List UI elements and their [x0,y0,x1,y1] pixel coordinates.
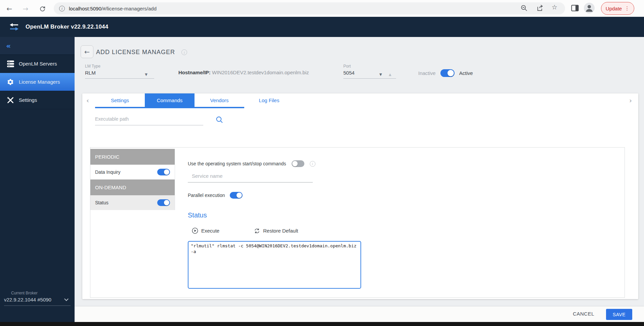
sidebar-item-label: License Managers [19,79,60,85]
play-circle-icon [192,228,198,234]
status-command-textarea[interactable]: "rlmutil" rlmstat -c 5054@WIN2016DEV2.te… [188,241,361,289]
screen: ← → i localhost:5090/#/license-managers/… [0,0,644,326]
port-field[interactable]: Port 5054 ▼ ▲ [343,64,396,79]
service-name-field [188,171,313,182]
execute-label: Execute [201,228,219,234]
sidebar-item-openlm-servers[interactable]: OpenLM Servers [0,55,75,73]
sidebar-item-label: Settings [19,97,37,103]
active-state-control: Inactive Active [418,69,473,77]
browser-forward-icon[interactable]: → [21,4,30,13]
collapse-chevrons-icon: « [6,42,11,50]
app-header: OpenLM Broker v22.9.22.1044 [0,17,644,37]
browser-reload-icon[interactable] [38,4,47,13]
main-content: ← ADD LICENSE MANAGER i LM Type RLM ▼ Ho… [75,37,644,322]
taskbar-strip [0,322,644,326]
openlm-logo-icon [9,23,19,31]
update-label: Update [606,6,622,11]
status-actions: Execute Restore Default [192,228,298,234]
back-button[interactable]: ← [81,45,93,58]
port-increment-icon[interactable]: ▲ [389,73,391,76]
service-name-input[interactable] [188,171,313,182]
lm-type-label: LM Type [85,64,154,69]
active-toggle[interactable] [440,69,455,77]
command-detail-panel: Use the operating system start/stop comm… [90,148,625,297]
restore-default-label: Restore Default [263,228,298,234]
executable-path-input[interactable] [95,114,203,125]
active-label: Active [459,70,473,76]
tabs-scroll-right-icon[interactable]: › [629,96,632,105]
parallel-execution-label: Parallel execution [188,193,225,198]
cancel-button[interactable]: CANCEL [573,311,594,317]
browser-back-icon[interactable]: ← [5,4,14,13]
servers-icon [7,60,14,67]
port-label: Port [343,64,396,69]
side-panel-icon[interactable] [571,5,579,11]
sidebar-item-label: OpenLM Servers [19,61,57,67]
current-broker-dropdown[interactable]: v22.9.22.1044 #5090 [4,297,71,306]
hostname-label: Hostname/IP: [178,70,211,75]
tab-vendors[interactable]: Vendors [195,93,244,107]
inactive-label: Inactive [418,70,436,76]
lm-type-select[interactable]: LM Type RLM ▼ [85,64,154,79]
sidebar-item-settings[interactable]: Settings [0,91,75,109]
sidebar-collapse-button[interactable]: « [0,37,75,55]
port-decrement-icon[interactable]: ▼ [379,73,382,76]
page-info-icon: i [181,49,187,55]
app-title: OpenLM Broker v22.9.22.1044 [26,24,108,30]
tab-commands[interactable]: Commands [145,93,195,107]
save-button[interactable]: SAVE [606,309,632,320]
zoom-out-icon[interactable] [520,4,528,12]
os-commands-label: Use the operating system start/stop comm… [188,161,286,166]
execute-button[interactable]: Execute [192,228,219,234]
bookmark-star-icon[interactable]: ☆ [552,3,560,11]
url-text: localhost:5090/#/license-managers/add [69,6,157,11]
os-commands-toggle[interactable] [292,160,304,167]
license-manager-card: ‹ Settings Commands Vendors Log Files › … [82,93,638,299]
browser-menu-icon[interactable]: ⋮ [625,5,630,11]
tab-log-files[interactable]: Log Files [244,93,294,107]
hostname-value: WIN2016DEV2.testdev1domain.openlm.biz [211,70,309,75]
hostname-field: Hostname/IP: WIN2016DEV2.testdev1domain.… [178,70,309,75]
share-icon[interactable] [536,4,545,12]
footer-bar: CANCEL SAVE [75,307,644,322]
browser-profile-avatar[interactable] [584,3,595,13]
current-broker-label: Current Broker [11,291,75,295]
executable-path-field [95,114,203,125]
url-host: localhost:5090 [69,6,101,11]
tab-settings[interactable]: Settings [95,93,145,107]
commands-panel: PERIODIC Data Inquiry ON-DEMAND Status U… [90,147,625,298]
browser-update-button[interactable]: Update ⋮ [601,2,634,15]
page-title: ADD LICENSE MANAGER [96,49,175,56]
sidebar: « OpenLM Servers License Ma [0,37,75,322]
browser-toolbar: ← → i localhost:5090/#/license-managers/… [0,0,644,17]
tab-bar: ‹ Settings Commands Vendors Log Files › [82,93,638,108]
current-broker-select: Current Broker v22.9.22.1044 #5090 [0,291,75,306]
os-commands-info-icon: i [310,161,315,167]
os-commands-row: Use the operating system start/stop comm… [188,160,315,167]
current-broker-value: v22.9.22.1044 #5090 [4,297,65,302]
status-section-title: Status [188,211,207,219]
chevron-down-icon [64,297,69,301]
port-value: 5054 [343,70,396,76]
refresh-icon [254,228,260,234]
tabs-scroll-left-icon[interactable]: ‹ [86,96,89,105]
url-path: /#/license-managers/add [101,6,157,11]
parallel-execution-row: Parallel execution [188,192,243,199]
parallel-execution-toggle[interactable] [230,192,243,199]
restore-default-button[interactable]: Restore Default [254,228,298,234]
address-bar[interactable]: i localhost:5090/#/license-managers/add [54,2,565,14]
tab-ink-bar [95,107,244,108]
lm-type-value: RLM [85,70,154,76]
search-icon[interactable] [215,116,223,124]
site-info-icon[interactable]: i [59,6,65,11]
tools-icon [7,97,14,104]
sidebar-item-license-managers[interactable]: License Managers [0,73,75,91]
gear-icon [7,78,14,86]
dropdown-caret-icon: ▼ [145,73,147,76]
